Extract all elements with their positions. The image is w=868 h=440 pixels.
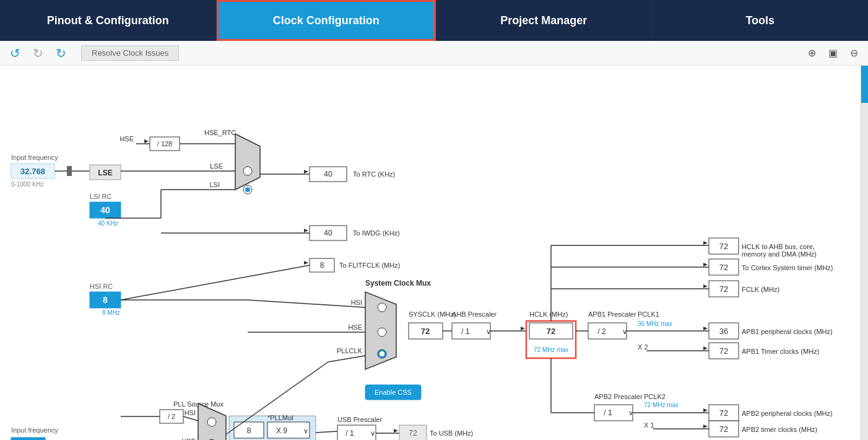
hse-line-label: HSE	[119, 135, 134, 143]
iwdg-value: 40	[324, 229, 332, 237]
undo-button[interactable]: ↺	[6, 45, 24, 62]
radio-pll-hsi[interactable]	[207, 418, 216, 426]
radio-lse[interactable]	[243, 167, 252, 175]
zoom-in-button[interactable]: ⊕	[804, 46, 820, 60]
diagram-area: Input frequency 32.768 0-1000 KHz LSE LS…	[0, 66, 861, 440]
arrow-hclk-ahb	[703, 241, 708, 245]
flitfclk-label: To FLITFCLK (MHz)	[339, 262, 400, 269]
hclk-ahb-label2: memory and DMA (MHz)	[742, 250, 817, 258]
arrow-usb	[394, 429, 398, 433]
hse-rtc-label: HSE_RTC	[204, 129, 236, 136]
apb2-prescaler-header: APB2 Prescaler	[594, 393, 643, 400]
lsi-value: 40	[100, 205, 110, 215]
svg-text:∨: ∨	[370, 429, 375, 437]
apb1-periph-label: APB1 peripheral clocks (MHz)	[742, 328, 833, 335]
line-hsi-smux2	[248, 300, 365, 307]
pclk1-max: 36 MHz max	[638, 320, 672, 327]
pll-value: 8	[246, 426, 251, 435]
apb2-div-box[interactable]	[594, 405, 633, 421]
apb1-div-value: / 2	[597, 327, 606, 336]
div128-label: / 128	[157, 140, 172, 147]
hclk-ahb-value: 72	[719, 242, 728, 251]
pll-mul-value: X 9	[276, 426, 287, 435]
input-freq-top-value: 32.768	[20, 167, 45, 176]
tab-tools[interactable]: Tools	[653, 0, 869, 41]
ahb-div-value: / 1	[461, 327, 470, 336]
fclk-label: FCLK (MHz)	[742, 286, 779, 293]
arrow-apb2-timer	[703, 425, 708, 428]
usb-div-value: / 1	[345, 429, 354, 438]
zoom-out-button[interactable]: ⊖	[846, 46, 862, 60]
arrow-apb2	[703, 408, 708, 412]
hclk-max-label: 72 MHz max	[534, 346, 568, 353]
arrow-cortex	[703, 263, 708, 266]
clock-diagram-svg: Input frequency 32.768 0-1000 KHz LSE LS…	[0, 66, 857, 440]
arrow-rtc	[304, 170, 308, 174]
hsi-smux-label: HSI	[351, 299, 362, 306]
toolbar: ↺ ↻ ↻ Resolve Clock Issues ⊕ ▣ ⊖	[0, 41, 868, 66]
line-pll-smux	[328, 356, 365, 362]
cortex-value: 72	[719, 263, 728, 272]
cortex-label: To Cortex System timer (MHz)	[742, 264, 833, 271]
line-pll-usb	[316, 431, 337, 433]
refresh-button[interactable]: ↻	[52, 45, 70, 62]
radio-pll-smux-inner	[380, 351, 384, 356]
apb2-periph-label: APB2 peripheral clocks (MHz)	[742, 410, 833, 417]
radio-hse-smux[interactable]	[378, 328, 386, 337]
apb2-timer-label: APB2 timer clocks (MHz)	[742, 426, 817, 433]
usb-value: 72	[409, 429, 417, 438]
tab-clock[interactable]: Clock Configuration	[217, 0, 436, 41]
pclk2-label: PCLK2	[644, 393, 666, 400]
input-freq-top-range: 0-1000 KHz	[11, 181, 44, 188]
apb1-timer-label: APB1 Timer clocks (MHz)	[742, 348, 819, 355]
hclk-ahb-label: HCLK to AHB bus, core,	[742, 243, 815, 250]
resolve-clock-issues-button[interactable]: Resolve Clock Issues	[81, 45, 179, 61]
svg-text:∨: ∨	[628, 409, 633, 416]
arrow-apb1-periph	[703, 327, 708, 330]
iwdg-label: To IWDG (KHz)	[353, 229, 400, 237]
hsi-rc-label: HSI RC	[90, 283, 113, 290]
apb2-div-value: / 1	[604, 408, 612, 417]
apb1-x2-label: X 2	[638, 343, 648, 351]
pclk1-label: PCLK1	[638, 310, 659, 318]
tab-pinout[interactable]: Pinout & Configuration	[0, 0, 217, 41]
lse-label: LSE	[98, 169, 112, 177]
hsi-mhz-label: 8 MHz	[102, 309, 120, 316]
pll-hsi-label: HSI	[184, 409, 196, 416]
mux-top	[235, 134, 260, 190]
line-hsi-pll-mux	[183, 416, 198, 421]
radio-lsi-fill	[245, 187, 250, 192]
radio-hsi-smux[interactable]	[378, 303, 386, 312]
tab-project[interactable]: Project Manager	[436, 0, 653, 41]
input-freq-bot-label: Input frequency	[11, 426, 58, 434]
pll-mul-header: *PLLMul	[267, 414, 293, 421]
sysclk-mux-label: System Clock Mux	[365, 279, 431, 288]
pll-hse-label: HSE	[181, 438, 196, 440]
svg-text:∨: ∨	[303, 427, 308, 434]
arrow-ahb-hclk	[521, 327, 525, 330]
junction-lse	[67, 166, 72, 176]
ahb-div-box[interactable]	[452, 323, 490, 339]
arrow-fclk	[703, 284, 708, 288]
apb1-div-box[interactable]	[588, 323, 627, 339]
apb1-prescaler-header: APB1 Prescaler	[588, 310, 636, 318]
sysclk-header: SYSCLK (MHz)	[409, 310, 456, 318]
input-freq-top-label: Input frequency	[11, 154, 58, 161]
ahb-dropdown-arrow: ∨	[486, 328, 491, 335]
scrollbar-thumb[interactable]	[861, 66, 868, 103]
lse-mux-label: LSE	[210, 162, 223, 170]
apb2-periph-value: 72	[719, 408, 728, 418]
pll-div2-label: / 2	[168, 413, 175, 420]
apb1-timer-value: 72	[719, 346, 728, 356]
right-scrollbar[interactable]	[861, 66, 868, 440]
apb1-periph-value: 36	[719, 327, 728, 336]
hclk-value: 72	[547, 327, 555, 336]
input-freq-bot-box[interactable]	[11, 438, 45, 440]
redo-button[interactable]: ↻	[29, 45, 47, 62]
lsi-khz-label: 40 KHz	[98, 220, 118, 227]
fclk-value: 72	[719, 284, 728, 294]
fit-button[interactable]: ▣	[825, 46, 841, 60]
ahb-prescaler-header: AHB Prescaler	[452, 310, 497, 318]
hclk-header: HCLK (MHz)	[529, 310, 568, 318]
flitfclk-value: 8	[320, 261, 324, 270]
